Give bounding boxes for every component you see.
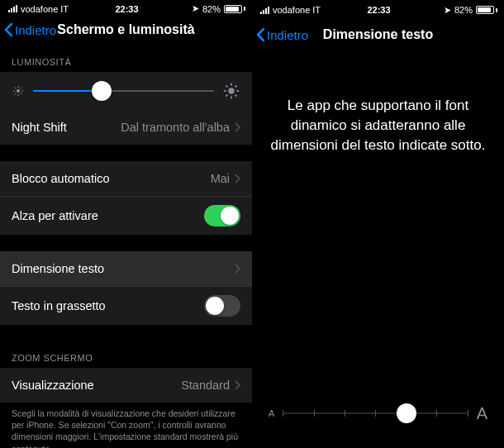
letter-large-icon: A — [477, 404, 487, 423]
dynamic-type-message: Le app che supportano il font dinamico s… — [252, 53, 504, 155]
chevron-right-icon — [235, 122, 240, 132]
location-icon: ➤ — [444, 5, 451, 16]
night-shift-value: Dal tramonto all'alba — [121, 121, 230, 134]
night-shift-row[interactable]: Night Shift Dal tramonto all'alba — [0, 110, 252, 145]
svg-line-6 — [21, 93, 21, 94]
page-title: Schermo e luminosità — [57, 22, 194, 37]
text-size-label: Dimensione testo — [12, 262, 104, 275]
bold-text-row: Testo in grassetto — [0, 286, 252, 325]
back-label: Indietro — [267, 28, 308, 42]
svg-line-16 — [226, 95, 227, 97]
back-button[interactable]: Indietro — [255, 27, 308, 42]
section-header-zoom: ZOOM SCHERMO — [0, 341, 252, 368]
svg-line-15 — [235, 95, 237, 97]
text-size-row[interactable]: Dimensione testo — [0, 251, 252, 286]
chevron-left-icon — [3, 22, 13, 37]
sun-small-icon — [12, 84, 25, 98]
clock: 22:33 — [88, 4, 167, 14]
display-zoom-row[interactable]: Visualizzazione Standard — [0, 368, 252, 403]
svg-line-14 — [226, 85, 227, 87]
battery-percent: 82% — [454, 5, 473, 15]
back-label: Indietro — [15, 23, 56, 37]
auto-lock-value: Mai — [211, 172, 230, 185]
battery-icon — [476, 6, 497, 14]
battery-icon — [224, 5, 245, 13]
nav-bar: Indietro Dimensione testo — [252, 18, 504, 53]
svg-point-0 — [17, 89, 20, 93]
status-bar: vodafone IT 22:33 ➤ 82% — [252, 0, 504, 18]
raise-to-wake-row: Alza per attivare — [0, 196, 252, 235]
chevron-right-icon — [235, 174, 240, 183]
svg-point-9 — [228, 88, 234, 93]
auto-lock-row[interactable]: Blocco automatico Mai — [0, 161, 252, 196]
brightness-slider-thumb[interactable] — [92, 81, 112, 101]
zoom-footer-text: Scegli la modalità di visualizzazione ch… — [0, 403, 252, 448]
text-size-slider-row: A A — [252, 403, 504, 423]
chevron-left-icon — [255, 27, 265, 42]
display-zoom-label: Visualizzazione — [12, 379, 94, 392]
bold-text-toggle[interactable] — [204, 295, 240, 317]
nav-bar: Indietro Schermo e luminosità — [0, 16, 252, 45]
battery-percent: 82% — [202, 4, 221, 14]
carrier-label: vodafone IT — [21, 4, 69, 14]
bold-text-label: Testo in grassetto — [12, 299, 106, 312]
sun-large-icon — [222, 82, 240, 100]
text-size-slider[interactable] — [283, 403, 468, 423]
auto-lock-label: Blocco automatico — [12, 172, 109, 185]
status-bar: vodafone IT 22:33 ➤ 82% — [0, 0, 252, 16]
signal-icon — [260, 7, 269, 14]
clock: 22:33 — [340, 5, 419, 15]
letter-small-icon: A — [269, 408, 274, 418]
chevron-right-icon — [235, 380, 240, 390]
screen-display-brightness: vodafone IT 22:33 ➤ 82% Indietro Schermo… — [0, 0, 252, 448]
raise-to-wake-label: Alza per attivare — [12, 209, 98, 222]
brightness-slider-row — [0, 72, 252, 110]
chevron-right-icon — [235, 264, 240, 274]
text-size-slider-thumb[interactable] — [397, 403, 416, 423]
back-button[interactable]: Indietro — [3, 22, 56, 37]
night-shift-label: Night Shift — [12, 121, 67, 134]
carrier-label: vodafone IT — [273, 5, 321, 15]
display-zoom-value: Standard — [181, 379, 230, 392]
page-title: Dimensione testo — [323, 27, 433, 42]
location-icon: ➤ — [192, 3, 199, 14]
screen-text-size: vodafone IT 22:33 ➤ 82% Indietro Dimensi… — [252, 0, 504, 448]
svg-line-7 — [15, 93, 16, 94]
raise-to-wake-toggle[interactable] — [204, 205, 240, 226]
section-header-brightness: LUMINOSITÀ — [0, 45, 252, 72]
brightness-slider[interactable] — [33, 90, 214, 92]
svg-line-17 — [235, 85, 237, 87]
svg-line-5 — [15, 88, 16, 88]
svg-line-8 — [21, 88, 21, 88]
signal-icon — [8, 5, 17, 12]
